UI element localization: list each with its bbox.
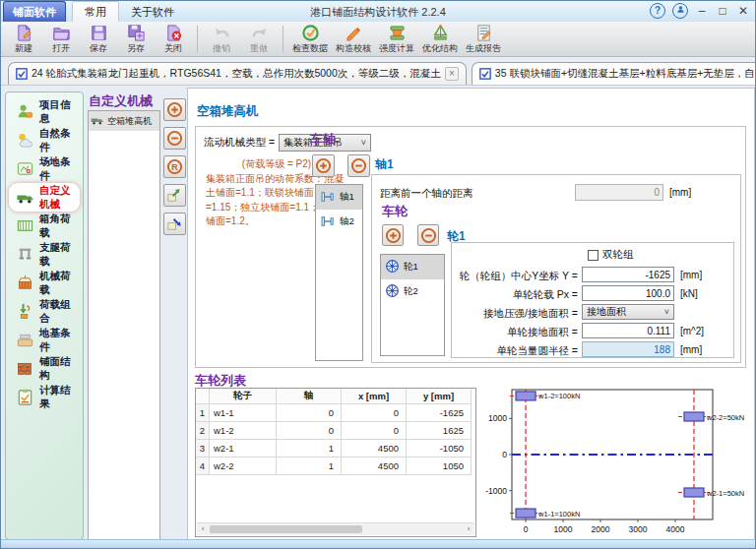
wheel-field-row: 接地压强/接地面积 =接地面积˅ — [452, 304, 733, 322]
minimize-button[interactable]: – — [695, 4, 709, 18]
ribbon-button-new-file[interactable]: 新建 — [5, 23, 42, 56]
ribbon-button-optimize[interactable]: 优化结构 — [418, 23, 462, 56]
ribbon-tab-about[interactable]: 关于软件 — [119, 2, 186, 22]
structure-check-icon — [345, 24, 363, 42]
axle-icon — [320, 191, 336, 205]
sidebar-item-results[interactable]: 计算结果 — [9, 383, 80, 411]
dual-wheel-row: 双轮组 — [588, 248, 634, 262]
truck-icon — [91, 114, 104, 128]
scroll-right-icon[interactable]: › — [463, 523, 474, 535]
sidebar-item-machine-load[interactable]: 机械荷载 — [9, 269, 80, 297]
main-panel: 空箱堆高机 流动机械类型 = 集装箱正面吊 ˅ (荷载等级 = P2) 集装箱正… — [187, 88, 755, 542]
tab-close-icon[interactable]: × — [445, 67, 459, 81]
sidebar-item-container-load[interactable]: 箱角荷载 — [9, 212, 80, 240]
tab-checkbox-icon — [479, 68, 491, 80]
wheel-table: 轮子轴x [mm]y [mm] 1w1-100-16252w1-20016253… — [195, 388, 476, 537]
sidebar-item-leg-load[interactable]: 支腿荷载 — [9, 240, 80, 269]
wheel-field-row: 单轮接地面积 =[m^2] — [452, 323, 733, 340]
machine-groupbox: 流动机械类型 = 集装箱正面吊 ˅ (荷载等级 = P2) 集装箱正面吊的动荷系… — [195, 126, 746, 368]
close-file-icon — [164, 24, 183, 42]
sidebar-item-project-info[interactable]: 项目信息 — [9, 97, 80, 126]
ribbon-button-open-folder[interactable]: 打开 — [42, 23, 80, 56]
wheel-field-input[interactable] — [582, 341, 674, 357]
ribbon-button-save-as[interactable]: 另存 — [117, 23, 155, 56]
axle-section-title: 车轴 — [310, 131, 336, 149]
axle-distance-label: 距离前一个轴的距离 — [380, 187, 473, 201]
maximize-button[interactable]: □ — [716, 4, 729, 18]
open-folder-icon — [52, 24, 71, 42]
wheel-field-input[interactable] — [582, 323, 674, 338]
machine-type-row: 流动机械类型 = 集装箱正面吊 ˅ — [204, 134, 371, 152]
sidebar-item-custom-machine[interactable]: 自定义机械 — [9, 183, 80, 212]
scrollbar-thumb[interactable] — [210, 525, 362, 533]
ribbon-tab-common[interactable]: 常用 — [72, 1, 119, 22]
site-icon — [16, 159, 34, 178]
axle-detail-panel: 距离前一个轴的距离 [mm] 车轮 轮1 轮1轮2 双轮组 轮（轮组）中心Y坐标… — [371, 174, 741, 363]
document-tab[interactable]: 35 联锁块铺面+切缝混凝土基层+粒料底基层+无垫层，自定义机械荷载× — [472, 62, 756, 85]
file-menu-button[interactable]: 铺面软件 — [3, 1, 66, 22]
scroll-left-icon[interactable]: ‹ — [197, 523, 209, 535]
undo-icon — [213, 24, 231, 42]
wheel-field-input[interactable] — [582, 267, 674, 282]
x-tick-label: 1000 — [554, 524, 573, 534]
close-button[interactable]: ✕ — [736, 4, 750, 18]
ribbon-button-save[interactable]: 保存 — [80, 23, 117, 56]
remove-axle-button[interactable] — [347, 154, 370, 177]
import-arrow-icon — [166, 215, 183, 232]
machine-panel-title: 自定义机械 — [89, 92, 153, 110]
wheel-marker — [516, 392, 536, 400]
table-row: 4w2-2145001050 — [196, 458, 475, 475]
import-machine-button[interactable] — [163, 213, 186, 235]
machine-load-icon — [16, 274, 34, 292]
wheel-list-item[interactable]: 轮1 — [381, 255, 444, 279]
contact-mode-select[interactable]: 接地面积˅ — [582, 304, 674, 320]
export-machine-button[interactable] — [163, 184, 186, 207]
help-icon[interactable]: ? — [650, 3, 665, 19]
tab-checkbox-icon — [16, 68, 28, 80]
sidebar-item-load-combo[interactable]: 荷载组合 — [9, 297, 80, 326]
status-bar — [1, 539, 755, 548]
axle-icon — [320, 215, 336, 229]
add-machine-button[interactable] — [163, 98, 186, 121]
axle-list: 轴1轴2 — [315, 184, 363, 361]
y-tick-label: -1000 — [485, 486, 507, 496]
project-info-icon — [16, 102, 34, 121]
load-combo-icon — [16, 302, 34, 321]
dual-wheel-checkbox[interactable] — [588, 250, 598, 261]
chevron-down-icon: ˅ — [664, 307, 669, 317]
about-user-icon[interactable] — [672, 3, 688, 19]
wheel-list-item[interactable]: 轮2 — [381, 279, 444, 304]
pavement-icon — [16, 359, 34, 378]
remove-machine-button[interactable] — [163, 127, 186, 150]
table-hscrollbar[interactable]: ‹ › — [197, 522, 474, 535]
sidebar-item-site[interactable]: 场地条件 — [9, 154, 80, 183]
report-icon — [474, 24, 493, 42]
document-tabs: 24 轮胎式集装箱龙门起重机，RTG56S41，空载，总作用次数5000次，等级… — [1, 60, 755, 86]
wheel-field-input[interactable] — [582, 285, 674, 301]
document-tab[interactable]: 24 轮胎式集装箱龙门起重机，RTG56S41，空载，总作用次数5000次，等级… — [8, 62, 467, 85]
rename-machine-button[interactable]: R — [163, 155, 186, 178]
add-wheel-button[interactable] — [382, 224, 404, 246]
wheel-icon — [385, 259, 400, 275]
ribbon-button-structure-check[interactable]: 构造校核 — [332, 23, 375, 56]
ribbon-button-report[interactable]: 生成报告 — [462, 23, 505, 56]
ribbon-button-check-data[interactable]: 检查数据 — [288, 23, 332, 56]
wheel-field-row: 单轮轮载 Px =[kN] — [452, 285, 733, 303]
sidebar-item-pavement[interactable]: 铺面结构 — [9, 354, 80, 383]
ribbon-button-strength-calc[interactable]: 强度计算 — [375, 23, 418, 56]
wheel-marker — [684, 488, 704, 497]
sidebar-item-nature[interactable]: 自然条件 — [9, 126, 80, 154]
wheel-label: w1-2=100kN — [537, 392, 580, 400]
machine-list-item[interactable]: 空箱堆高机 — [89, 111, 159, 131]
machine-type-label: 流动机械类型 = — [204, 136, 275, 150]
add-circle-icon — [166, 101, 183, 118]
add-axle-button[interactable] — [312, 154, 335, 177]
machine-title: 空箱堆高机 — [197, 103, 259, 120]
axle-list-item[interactable]: 轴1 — [316, 185, 362, 210]
remove-wheel-button[interactable] — [417, 224, 439, 246]
ribbon-button-close-file[interactable]: 关闭 — [155, 23, 192, 56]
axle-list-item[interactable]: 轴2 — [316, 210, 362, 234]
sidebar-item-foundation[interactable]: 地基条件 — [9, 326, 80, 354]
wheel-icon — [385, 283, 400, 300]
axle-distance-input[interactable] — [575, 184, 663, 201]
